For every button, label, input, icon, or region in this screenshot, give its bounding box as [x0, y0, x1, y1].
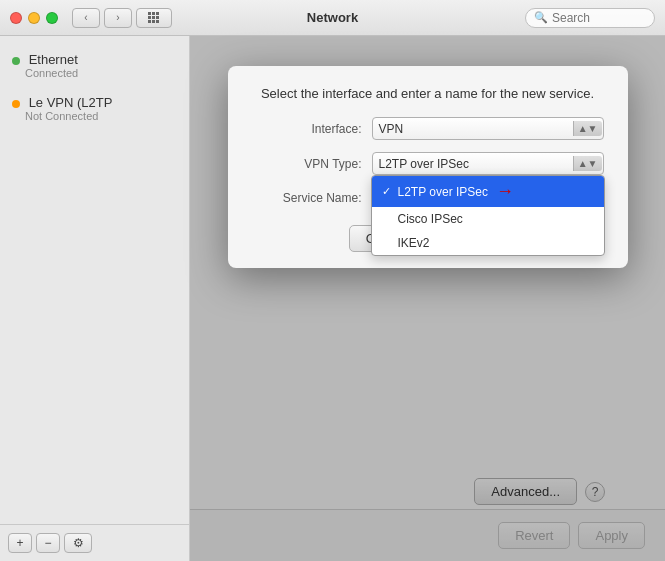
main-content: Ethernet Connected Le VPN (L2TP Not Conn…	[0, 36, 665, 561]
search-box[interactable]: 🔍	[525, 8, 655, 28]
svg-rect-1	[152, 12, 155, 15]
back-button[interactable]: ‹	[72, 8, 100, 28]
sidebar-item-ethernet[interactable]: Ethernet Connected	[0, 44, 189, 87]
red-arrow-icon: →	[496, 181, 514, 202]
window-title: Network	[307, 10, 358, 25]
vpn-option-l2tp-label: L2TP over IPSec	[398, 185, 489, 199]
gear-icon: ⚙	[73, 536, 84, 550]
interface-row: Interface: VPN ▲▼	[252, 117, 604, 140]
status-dot-orange	[12, 100, 20, 108]
status-dot-green	[12, 57, 20, 65]
modal-overlay: Select the interface and enter a name fo…	[190, 36, 665, 561]
vpn-type-label: VPN Type:	[252, 157, 362, 171]
svg-rect-6	[148, 20, 151, 23]
vpn-type-row: VPN Type: L2TP over IPSec ▲▼ ✓ L2TP over…	[252, 152, 604, 175]
interface-value: VPN	[379, 122, 573, 136]
vpn-option-cisco[interactable]: Cisco IPSec	[372, 207, 604, 231]
sidebar-item-le-vpn[interactable]: Le VPN (L2TP Not Connected	[0, 87, 189, 130]
vpn-type-selected: L2TP over IPSec	[379, 157, 573, 171]
vpn-type-select[interactable]: L2TP over IPSec ▲▼	[372, 152, 604, 175]
vpn-option-cisco-label: Cisco IPSec	[398, 212, 463, 226]
search-icon: 🔍	[534, 11, 548, 24]
nav-buttons: ‹ ›	[72, 8, 132, 28]
minimize-button[interactable]	[28, 12, 40, 24]
interface-dropdown-arrow: ▲▼	[573, 121, 602, 136]
remove-button[interactable]: −	[36, 533, 60, 553]
svg-rect-2	[156, 12, 159, 15]
svg-rect-7	[152, 20, 155, 23]
add-button[interactable]: +	[8, 533, 32, 553]
modal-title: Select the interface and enter a name fo…	[252, 86, 604, 101]
sidebar-item-name: Ethernet	[12, 52, 177, 67]
gear-button[interactable]: ⚙	[64, 533, 92, 553]
close-button[interactable]	[10, 12, 22, 24]
ethernet-status: Connected	[25, 67, 177, 79]
svg-rect-5	[156, 16, 159, 19]
svg-rect-3	[148, 16, 151, 19]
sidebar: Ethernet Connected Le VPN (L2TP Not Conn…	[0, 36, 190, 561]
service-name-label: Service Name:	[252, 191, 362, 205]
svg-rect-0	[148, 12, 151, 15]
traffic-lights	[10, 12, 58, 24]
vpn-type-dropdown-container: L2TP over IPSec ▲▼ ✓ L2TP over IPSec →	[372, 152, 604, 175]
modal-dialog: Select the interface and enter a name fo…	[228, 66, 628, 268]
sidebar-footer: + − ⚙	[0, 524, 189, 561]
svg-rect-4	[152, 16, 155, 19]
vpn-option-ikev2[interactable]: IKEv2	[372, 231, 604, 255]
vpn-type-arrow: ▲▼	[573, 156, 602, 171]
search-input[interactable]	[552, 11, 646, 25]
forward-button[interactable]: ›	[104, 8, 132, 28]
svg-rect-8	[156, 20, 159, 23]
right-panel: IP Address: 192.168.1.169 Subnet Mask: 2…	[190, 36, 665, 561]
vpn-option-l2tp[interactable]: ✓ L2TP over IPSec →	[372, 176, 604, 207]
sidebar-item-name: Le VPN (L2TP	[12, 95, 177, 110]
le-vpn-status: Not Connected	[25, 110, 177, 122]
vpn-option-ikev2-label: IKEv2	[398, 236, 430, 250]
title-bar: ‹ › Network 🔍	[0, 0, 665, 36]
grid-button[interactable]	[136, 8, 172, 28]
vpn-type-dropdown-list: ✓ L2TP over IPSec → Cisco IPSec IKEv2	[371, 175, 605, 256]
maximize-button[interactable]	[46, 12, 58, 24]
checkmark-icon: ✓	[382, 185, 398, 198]
interface-select[interactable]: VPN ▲▼	[372, 117, 604, 140]
interface-label: Interface:	[252, 122, 362, 136]
